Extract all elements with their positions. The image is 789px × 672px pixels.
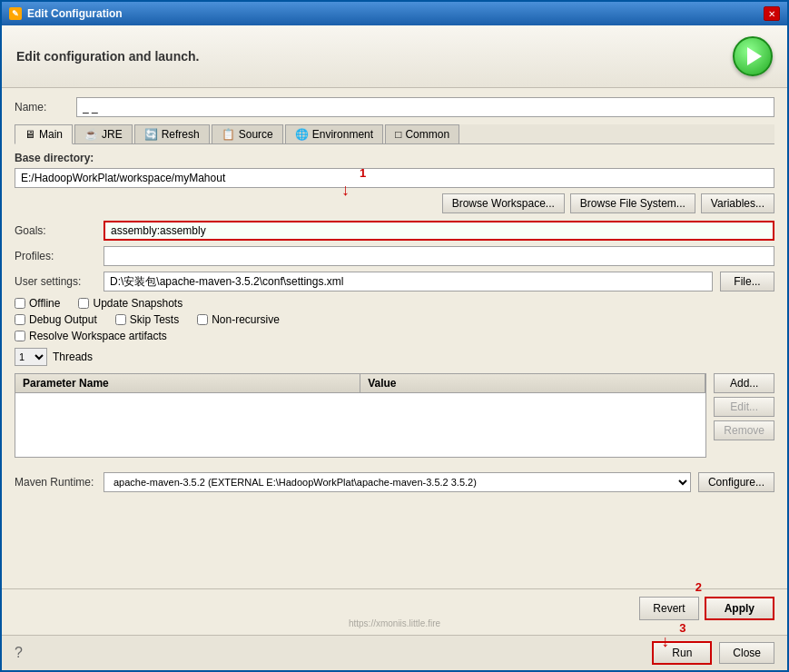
refresh-tab-label: Refresh (162, 128, 200, 141)
base-dir-input[interactable] (15, 168, 774, 188)
table-header: Parameter Name Value (15, 374, 705, 393)
play-icon (747, 47, 762, 65)
threads-row: 1 2 4 Threads (15, 348, 774, 366)
skip-tests-label: Skip Tests (130, 313, 179, 326)
name-row: Name: (15, 97, 774, 117)
user-settings-label: User settings: (15, 275, 96, 288)
run-close-row: ? 3 ↓ Run Close (2, 635, 787, 670)
annotation-3: 3 (679, 621, 685, 635)
revert-apply-row: Revert Apply (15, 597, 774, 620)
title-bar: ✎ Edit Configuration ✕ (2, 2, 787, 25)
update-snapshots-checkbox[interactable] (78, 298, 89, 309)
configure-button[interactable]: Configure... (698, 472, 774, 492)
param-value-header: Value (360, 374, 705, 392)
main-tab-label: Main (39, 128, 63, 141)
debug-output-checkbox[interactable] (15, 314, 25, 325)
revert-button[interactable]: Revert (639, 597, 698, 620)
help-icon[interactable]: ? (15, 645, 23, 661)
arrow-down-1: ↓ (341, 181, 350, 200)
user-settings-input[interactable] (104, 272, 713, 292)
tab-jre[interactable]: ☕ JRE (74, 124, 133, 143)
close-button[interactable]: ✕ (764, 6, 780, 21)
tab-source[interactable]: 📋 Source (212, 124, 283, 143)
header-title: Edit configuration and launch. (16, 49, 199, 64)
profiles-input[interactable] (104, 246, 774, 266)
table-section: Parameter Name Value Add... Edit... Remo… (15, 373, 774, 465)
common-tab-label: Common (405, 128, 449, 141)
goals-label: Goals: (15, 224, 96, 237)
resolve-workspace-checkbox-item: Resolve Workspace artifacts (15, 330, 167, 342)
name-input[interactable] (76, 97, 774, 117)
arrow-3: ↓ (661, 632, 669, 651)
update-snapshots-checkbox-item: Update Snapshots (78, 297, 182, 310)
resolve-workspace-label: Resolve Workspace artifacts (29, 330, 167, 342)
skip-tests-checkbox[interactable] (115, 314, 126, 325)
maven-runtime-label: Maven Runtime: (15, 476, 96, 489)
tab-refresh[interactable]: 🔄 Refresh (134, 124, 210, 143)
env-tab-label: Environment (312, 128, 373, 141)
debug-output-checkbox-item: Debug Output (15, 313, 97, 326)
variables-button[interactable]: Variables... (701, 193, 774, 213)
base-dir-label: Base directory: (15, 152, 774, 164)
offline-checkbox[interactable] (15, 298, 25, 309)
name-label: Name: (15, 101, 69, 114)
browse-buttons-row: Browse Workspace... Browse File System..… (15, 193, 774, 213)
file-button[interactable]: File... (720, 272, 774, 292)
tab-common[interactable]: □ Common (385, 124, 459, 143)
source-tab-label: Source (239, 128, 273, 141)
update-snapshots-label: Update Snapshots (93, 297, 182, 310)
goals-row: Goals: (15, 221, 774, 241)
checkbox-row-1: Offline Update Snapshots (15, 297, 774, 310)
env-tab-icon: 🌐 (295, 128, 309, 141)
header-section: Edit configuration and launch. (2, 25, 787, 88)
non-recursive-label: Non-recursive (212, 313, 280, 326)
user-settings-row: User settings: File... (15, 272, 774, 292)
non-recursive-checkbox-item: Non-recursive (197, 313, 280, 326)
apply-button[interactable]: Apply (705, 597, 774, 620)
add-button[interactable]: Add... (714, 373, 774, 393)
window-title: Edit Configuration (27, 7, 123, 20)
non-recursive-checkbox[interactable] (197, 314, 208, 325)
offline-checkbox-item: Offline (15, 297, 60, 310)
play-run-button[interactable] (733, 36, 773, 76)
checkbox-row-2: Debug Output Skip Tests Non-recursive (15, 313, 774, 326)
bottom-section: 2 Revert Apply (2, 588, 787, 635)
maven-runtime-row: Maven Runtime: apache-maven-3.5.2 (EXTER… (15, 472, 774, 492)
tab-main[interactable]: 🖥 Main (15, 124, 73, 144)
skip-tests-checkbox-item: Skip Tests (115, 313, 179, 326)
window-icon: ✎ (9, 7, 22, 20)
maven-runtime-select[interactable]: apache-maven-3.5.2 (EXTERNAL E:\HadoopWo… (104, 472, 691, 492)
browse-workspace-button[interactable]: Browse Workspace... (442, 193, 565, 213)
tab-environment[interactable]: 🌐 Environment (285, 124, 383, 143)
source-tab-icon: 📋 (222, 128, 235, 141)
close-button-bottom[interactable]: Close (719, 642, 774, 664)
param-buttons: Add... Edit... Remove (714, 373, 774, 465)
common-tab-icon: □ (395, 128, 401, 141)
goals-input[interactable] (104, 221, 774, 241)
parameter-table: Parameter Name Value (15, 373, 706, 458)
param-name-header: Parameter Name (15, 374, 360, 392)
profiles-row: Profiles: (15, 246, 774, 266)
offline-label: Offline (29, 297, 60, 310)
browse-file-system-button[interactable]: Browse File System... (570, 193, 695, 213)
main-window: ✎ Edit Configuration ✕ Edit configuratio… (0, 0, 789, 672)
jre-tab-label: JRE (102, 128, 123, 141)
profiles-label: Profiles: (15, 250, 96, 262)
edit-button[interactable]: Edit... (714, 397, 774, 417)
jre-tab-icon: ☕ (84, 128, 98, 141)
threads-label: Threads (53, 351, 93, 363)
resolve-workspace-checkbox[interactable] (15, 331, 25, 341)
threads-select[interactable]: 1 2 4 (15, 348, 47, 366)
refresh-tab-icon: 🔄 (144, 128, 158, 141)
debug-output-label: Debug Output (29, 313, 97, 326)
checkboxes-section: Offline Update Snapshots Debug Output Sk… (15, 297, 774, 342)
parameter-table-wrapper: Parameter Name Value (15, 373, 706, 465)
annotation-2: 2 (695, 580, 702, 594)
main-tab-icon: 🖥 (25, 128, 35, 141)
remove-button[interactable]: Remove (714, 420, 774, 440)
tabs-bar: 🖥 Main ☕ JRE 🔄 Refresh 📋 Source 🌐 Enviro… (15, 124, 774, 144)
checkbox-row-3: Resolve Workspace artifacts (15, 330, 774, 342)
main-content: Name: 🖥 Main ☕ JRE 🔄 Refresh 📋 Source (2, 88, 787, 588)
annotation-1: 1 (360, 166, 366, 180)
table-body[interactable] (15, 393, 705, 457)
